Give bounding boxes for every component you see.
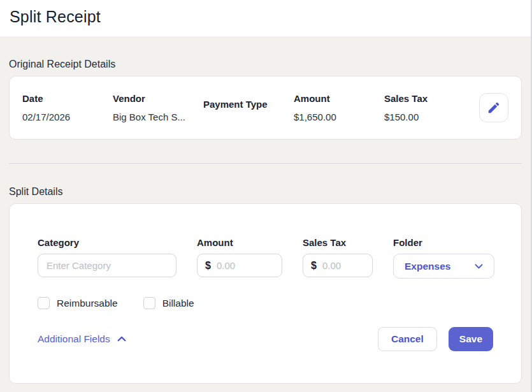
edit-receipt-button[interactable] xyxy=(479,93,508,122)
split-details-heading: Split Details xyxy=(9,186,522,198)
category-field-group: Category xyxy=(38,237,176,279)
receipt-field-label: Payment Type xyxy=(203,99,294,110)
page-content: Original Receipt Details Date 02/17/2026… xyxy=(0,59,531,384)
folder-dropdown[interactable]: Expenses xyxy=(393,254,494,279)
split-card-footer: Additional Fields Cancel Save xyxy=(38,327,493,351)
dollar-sign-prefix: $ xyxy=(311,260,317,272)
receipt-field-value: 02/17/2026 xyxy=(22,112,113,123)
folder-field-group: Folder Expenses xyxy=(393,237,494,279)
sales-tax-input[interactable] xyxy=(322,260,364,271)
chevron-down-icon xyxy=(473,261,484,272)
page-header: Split Receipt xyxy=(0,0,531,36)
page-title: Split Receipt xyxy=(10,8,521,26)
receipt-field-amount: Amount $1,650.00 xyxy=(294,93,384,123)
checkbox-row: Reimbursable Billable xyxy=(38,297,493,309)
receipt-field-value: $150.00 xyxy=(384,112,475,123)
folder-selected-value: Expenses xyxy=(405,261,450,272)
receipt-field-date: Date 02/17/2026 xyxy=(22,93,113,123)
receipt-field-label: Date xyxy=(22,93,113,105)
receipt-field-label: Sales Tax xyxy=(384,93,475,105)
additional-fields-label: Additional Fields xyxy=(38,333,110,345)
billable-checkbox-group[interactable]: Billable xyxy=(143,297,194,309)
category-label: Category xyxy=(38,237,176,248)
original-receipt-card: Date 02/17/2026 Vendor Big Box Tech S...… xyxy=(9,76,522,140)
receipt-field-value: Big Box Tech S... xyxy=(113,112,203,123)
folder-label: Folder xyxy=(393,237,494,248)
sales-tax-label: Sales Tax xyxy=(303,237,373,248)
reimbursable-checkbox[interactable] xyxy=(38,297,50,309)
receipt-field-label: Vendor xyxy=(113,93,203,105)
receipt-field-label: Amount xyxy=(294,93,384,105)
dollar-sign-prefix: $ xyxy=(205,260,211,272)
receipt-field-value: $1,650.00 xyxy=(294,112,384,123)
section-divider xyxy=(9,163,522,164)
amount-input[interactable] xyxy=(217,260,274,271)
receipt-field-vendor: Vendor Big Box Tech S... xyxy=(113,93,203,123)
action-buttons: Cancel Save xyxy=(378,327,493,351)
billable-label: Billable xyxy=(162,298,194,309)
additional-fields-toggle[interactable]: Additional Fields xyxy=(38,333,127,345)
receipt-field-payment-type: Payment Type xyxy=(203,99,294,117)
chevron-up-icon xyxy=(116,333,127,345)
pencil-icon xyxy=(487,101,501,115)
reimbursable-label: Reimbursable xyxy=(57,298,118,309)
amount-field-group: Amount $ xyxy=(197,237,282,279)
split-fields-row: Category Amount $ Sales Tax $ xyxy=(38,237,493,279)
amount-input-box: $ xyxy=(197,254,282,277)
receipt-field-sales-tax: Sales Tax $150.00 xyxy=(384,93,475,123)
sales-tax-field-group: Sales Tax $ xyxy=(303,237,373,279)
amount-label: Amount xyxy=(197,237,282,248)
billable-checkbox[interactable] xyxy=(143,297,155,309)
original-receipt-heading: Original Receipt Details xyxy=(9,59,522,70)
save-button[interactable]: Save xyxy=(449,327,493,351)
split-details-card: Category Amount $ Sales Tax $ xyxy=(9,203,522,384)
split-receipt-page: Split Receipt Original Receipt Details D… xyxy=(0,0,532,392)
sales-tax-input-box: $ xyxy=(303,254,373,277)
reimbursable-checkbox-group[interactable]: Reimbursable xyxy=(38,297,118,309)
cancel-button[interactable]: Cancel xyxy=(378,327,437,351)
category-input[interactable] xyxy=(38,254,176,277)
